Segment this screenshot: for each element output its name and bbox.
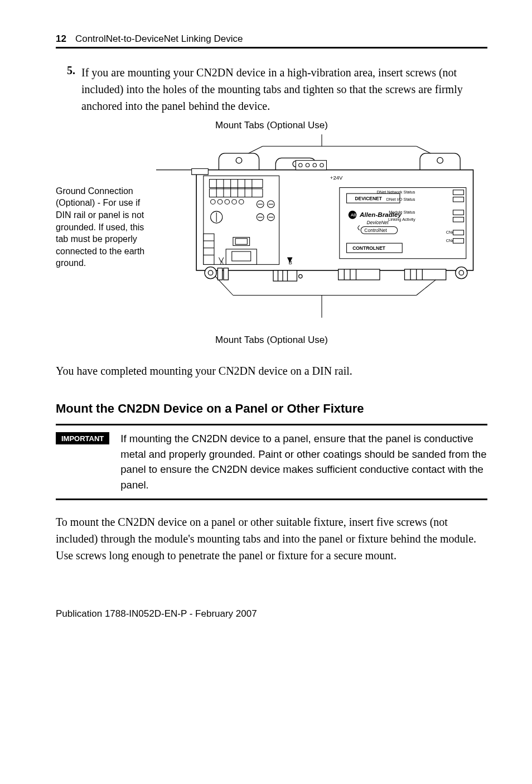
- page-header: 12 ControlNet-to-DeviceNet Linking Devic…: [56, 33, 487, 49]
- svg-rect-78: [217, 268, 222, 280]
- svg-text:ControlNet: ControlNet: [364, 228, 387, 233]
- svg-rect-80: [273, 270, 297, 281]
- device-figure: Ground Connection (Optional) - For use i…: [56, 134, 487, 320]
- dnet-network-status-label: DNet Network Status: [376, 190, 415, 195]
- svg-rect-79: [224, 268, 228, 280]
- svg-rect-15: [209, 189, 262, 197]
- svg-text:AB: AB: [351, 212, 356, 217]
- linking-activity-label: Linking Activity: [388, 217, 415, 222]
- svg-text:DEVICENET: DEVICENET: [355, 196, 382, 201]
- figure-caption-bottom: Mount Tabs (Optional Use): [56, 335, 487, 346]
- svg-point-24: [225, 200, 229, 204]
- svg-text:+24V: +24V: [330, 175, 343, 181]
- svg-rect-42: [235, 239, 247, 245]
- devicenet-label: DEVICENET: [355, 196, 382, 201]
- section-heading: Mount the CN2DN Device on a Panel or Oth…: [56, 401, 487, 416]
- svg-point-26: [239, 200, 244, 204]
- figure-caption-top: Mount Tabs (Optional Use): [56, 120, 487, 131]
- step-5: 5. If you are mounting your CN2DN device…: [67, 64, 487, 114]
- svg-text:DNet Network Status: DNet Network Status: [376, 190, 415, 195]
- header-title: ControlNet-to-DeviceNet Linking Device: [75, 33, 243, 45]
- svg-point-50: [313, 163, 316, 167]
- svg-rect-65: [453, 190, 463, 195]
- dnet-io-status-label: DNet I/O Status: [386, 197, 415, 202]
- step-number: 5.: [67, 64, 81, 114]
- svg-text:Module Status: Module Status: [389, 210, 415, 215]
- svg-point-11: [437, 157, 443, 163]
- completion-text: You have completed mounting your CN2DN d…: [56, 362, 487, 379]
- footer-publication: Publication 1788-IN052D-EN-P - February …: [56, 608, 487, 620]
- svg-point-9: [236, 157, 242, 163]
- svg-point-25: [232, 200, 236, 204]
- controlnet-box-label: CONTROLNET: [352, 245, 386, 251]
- svg-text:DNet I/O Status: DNet I/O Status: [386, 197, 415, 202]
- svg-point-51: [320, 163, 323, 167]
- svg-rect-73: [453, 230, 463, 235]
- page-number: 12: [56, 33, 66, 45]
- svg-point-23: [217, 200, 222, 204]
- svg-text:CONTROLNET: CONTROLNET: [352, 245, 386, 251]
- svg-point-22: [211, 200, 215, 204]
- module-status-label: Module Status: [389, 210, 415, 215]
- svg-rect-44: [232, 251, 251, 261]
- svg-text:Linking Activity: Linking Activity: [388, 217, 415, 222]
- svg-rect-75: [453, 239, 463, 243]
- controlnet-pill: ControlNet: [364, 228, 387, 233]
- svg-text:DeviceNet: DeviceNet: [367, 220, 389, 225]
- plus24v-label: +24V: [330, 175, 343, 181]
- svg-rect-37: [204, 234, 214, 264]
- important-tag: IMPORTANT: [56, 432, 109, 444]
- ground-connection-annotation: Ground Connection (Optional) - For use i…: [56, 185, 156, 269]
- step-text: If you are mounting your CN2DN device in…: [81, 64, 487, 114]
- devicenet-small: DeviceNet: [367, 220, 389, 225]
- svg-point-49: [306, 163, 309, 167]
- svg-rect-14: [209, 180, 262, 188]
- svg-point-48: [299, 163, 302, 167]
- svg-point-94: [459, 270, 463, 275]
- svg-rect-69: [453, 210, 463, 215]
- device-diagram: A B +24V DEVICENET AB Allen-Bradley Devi…: [156, 134, 487, 320]
- svg-rect-71: [453, 217, 463, 221]
- important-text: If mounting the CN2DN device to a panel,…: [120, 431, 487, 493]
- important-block: IMPORTANT If mounting the CN2DN device t…: [56, 424, 487, 500]
- svg-rect-67: [453, 197, 463, 201]
- mount-paragraph: To mount the CN2DN device on a panel or …: [56, 514, 487, 564]
- svg-point-84: [299, 274, 302, 278]
- svg-point-77: [208, 270, 212, 275]
